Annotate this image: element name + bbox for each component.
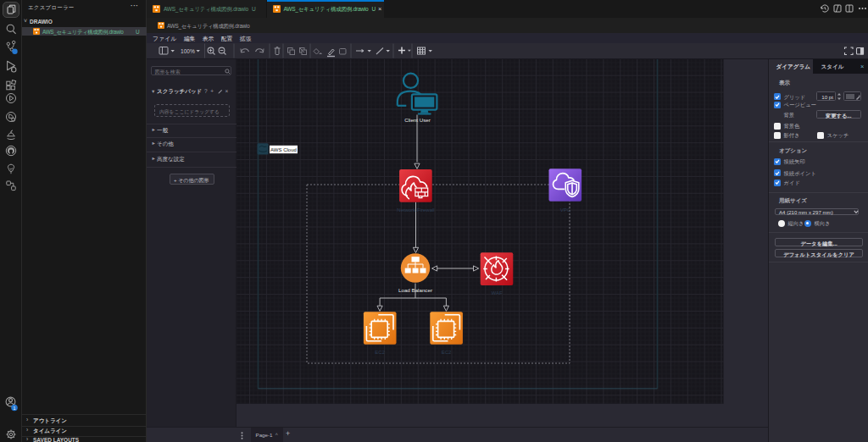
svg-text:Load Balancer: Load Balancer [398,286,432,292]
svg-text:Network Firewall: Network Firewall [397,207,434,212]
svg-text:EC2: EC2 [375,349,385,354]
svg-text:AWS Cloud: AWS Cloud [270,146,297,152]
svg-text:100%: 100% [181,48,195,54]
svg-text:VPC: VPC [559,207,570,212]
svg-text:1: 1 [14,406,16,411]
svg-text:EC2: EC2 [441,349,451,354]
svg-text:WAF: WAF [491,290,502,295]
svg-text:Client User: Client User [404,116,431,122]
